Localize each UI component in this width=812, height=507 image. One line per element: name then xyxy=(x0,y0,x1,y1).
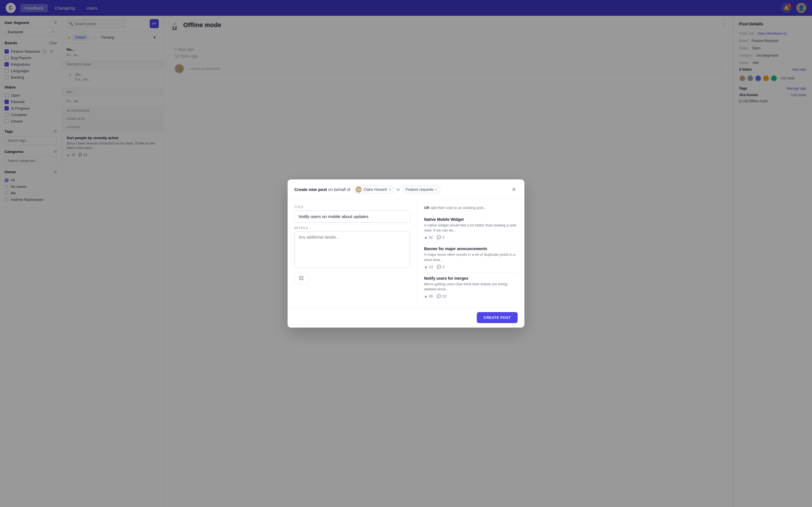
similar-comment-2: 💬 2 xyxy=(437,265,444,269)
similar-post-meta-2: ▲ 13 💬 2 xyxy=(424,265,518,269)
modal-body: TITLE DETAILS 🖼 OR add their vote to an … xyxy=(288,200,524,307)
board-select-arrow-icon: ▾ xyxy=(435,187,437,191)
similar-post-desc-2: A major issue often results in a lot of … xyxy=(424,252,518,262)
similar-comment-icon-2: 💬 xyxy=(437,265,441,269)
similar-post-title-1: Native Mobile Widget xyxy=(424,217,518,222)
modal-footer: CREATE POST xyxy=(288,307,524,328)
user-pill-name: Claire Howard xyxy=(363,187,387,191)
similar-vote-2: ▲ 13 xyxy=(424,265,433,269)
create-post-modal: Create new post on behalf of CH Claire H… xyxy=(288,179,524,328)
modal-create-new-post-label: Create new post xyxy=(294,187,327,192)
similar-post-desc-1: A native widget would feel a lot better … xyxy=(424,223,518,233)
add-vote-text-value: add their vote to an existing post... xyxy=(430,206,486,210)
similar-post-meta-3: ▲ 28 💬 22 xyxy=(424,294,518,298)
create-post-button[interactable]: CREATE POST xyxy=(477,312,518,323)
similar-vote-3: ▲ 28 xyxy=(424,294,433,298)
or-divider: OR add their vote to an existing post... xyxy=(424,206,518,210)
similar-vote-1: ▲ 52 xyxy=(424,235,433,239)
or-text: OR xyxy=(424,206,430,210)
user-pill-avatar: CH xyxy=(356,186,362,193)
similar-comment-count-2: 2 xyxy=(442,265,444,269)
modal-header: Create new post on behalf of CH Claire H… xyxy=(288,179,524,200)
similar-post-native-widget[interactable]: Native Mobile Widget A native widget wou… xyxy=(424,214,518,243)
similar-comment-icon-3: 💬 xyxy=(437,294,441,298)
similar-comment-3: 💬 22 xyxy=(437,294,446,298)
attach-image-button[interactable]: 🖼 xyxy=(294,273,308,284)
similar-vote-count-1: 52 xyxy=(429,235,433,239)
modal-close-button[interactable]: ✕ xyxy=(510,186,518,193)
similar-comment-count-3: 22 xyxy=(442,294,446,298)
modal-header-text: Create new post on behalf of xyxy=(294,187,350,192)
similar-vote-count-3: 28 xyxy=(429,294,433,298)
similar-vote-up-icon-1: ▲ xyxy=(424,235,428,239)
similar-vote-count-2: 13 xyxy=(429,265,433,269)
modal-similar-posts: OR add their vote to an existing post...… xyxy=(417,200,524,307)
similar-post-meta-1: ▲ 52 💬 2 xyxy=(424,235,518,239)
board-select[interactable]: Feature requests ▾ xyxy=(402,185,441,193)
similar-post-notify-merges[interactable]: Notify users for merges We're getting us… xyxy=(424,273,518,302)
similar-vote-up-icon-2: ▲ xyxy=(424,265,428,269)
board-select-value: Feature requests xyxy=(406,187,434,191)
similar-post-banner[interactable]: Banner for major announcements A major i… xyxy=(424,243,518,272)
title-form-label: TITLE xyxy=(294,206,410,209)
similar-post-title-2: Banner for major announcements xyxy=(424,246,518,251)
modal-on-behalf-text: on behalf of xyxy=(328,187,350,192)
modal-overlay[interactable]: Create new post on behalf of CH Claire H… xyxy=(0,0,812,507)
similar-post-desc-3: We're getting users that think their tic… xyxy=(424,282,518,292)
similar-comment-icon-1: 💬 xyxy=(437,235,441,239)
user-pill[interactable]: CH Claire Howard ✕ xyxy=(352,185,394,194)
similar-comment-count-1: 2 xyxy=(442,235,444,239)
user-pill-remove-icon[interactable]: ✕ xyxy=(389,187,391,191)
post-title-input[interactable] xyxy=(294,210,410,223)
similar-post-title-3: Notify users for merges xyxy=(424,276,518,281)
post-details-textarea[interactable] xyxy=(294,231,410,268)
similar-comment-1: 💬 2 xyxy=(437,235,444,239)
modal-in-text: in xyxy=(397,187,400,192)
similar-vote-up-icon-3: ▲ xyxy=(424,294,428,298)
details-form-label: DETAILS xyxy=(294,226,410,230)
modal-form: TITLE DETAILS 🖼 xyxy=(288,200,417,307)
